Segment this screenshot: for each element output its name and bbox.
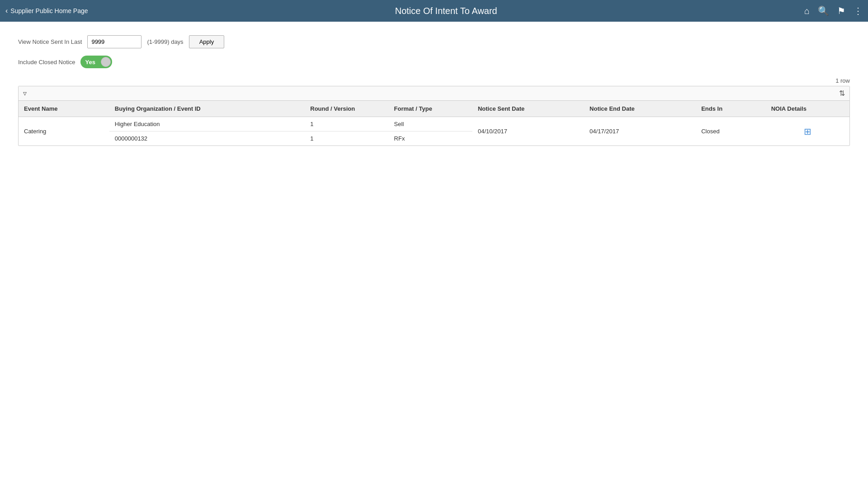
home-icon[interactable]: ⌂	[804, 6, 810, 16]
col-header-ends-in: Ends In	[696, 101, 765, 117]
row-count: 1 row	[835, 77, 850, 84]
cell-format1: Sell	[389, 117, 472, 131]
results-table: Event Name Buying Organization / Event I…	[19, 101, 849, 145]
cell-noia-details: ⊞	[766, 117, 849, 146]
menu-icon[interactable]: ⋮	[854, 5, 863, 16]
filter-label: View Notice Sent In Last	[18, 38, 82, 45]
back-arrow-icon: ‹	[5, 7, 8, 15]
col-header-round: Round / Version	[305, 101, 388, 117]
col-header-notice-end: Notice End Date	[584, 101, 696, 117]
col-header-buying-org: Buying Organization / Event ID	[109, 101, 305, 117]
days-input[interactable]	[87, 35, 142, 48]
toggle-value: Yes	[85, 59, 95, 66]
col-header-event-name: Event Name	[19, 101, 109, 117]
table-header-row: Event Name Buying Organization / Event I…	[19, 101, 849, 117]
cell-notice-end: 04/17/2017	[584, 117, 696, 146]
table-toolbar: ▿ ⇅	[19, 86, 849, 101]
header: ‹ Supplier Public Home Page Notice Of In…	[0, 0, 868, 22]
page-title: Notice Of Intent To Award	[88, 6, 804, 16]
col-header-noia-details: NOIA Details	[766, 101, 849, 117]
cell-event-id: 0000000132	[109, 131, 305, 146]
col-header-notice-sent: Notice Sent Date	[472, 101, 584, 117]
toggle-label: Include Closed Notice	[18, 59, 75, 66]
col-header-format: Format / Type	[389, 101, 472, 117]
toggle-row: Include Closed Notice Yes	[18, 56, 850, 68]
table-sort-icon[interactable]: ⇅	[839, 89, 845, 98]
cell-round2: 1	[305, 131, 388, 146]
filter-hint: (1-9999) days	[147, 38, 183, 45]
back-link-label: Supplier Public Home Page	[10, 7, 88, 14]
cell-notice-sent: 04/10/2017	[472, 117, 584, 146]
row-count-bar: 1 row	[18, 77, 850, 84]
noia-details-icon[interactable]: ⊞	[771, 126, 844, 137]
table-container: ▿ ⇅ Event Name Buying Organization / Eve…	[18, 86, 850, 146]
back-link[interactable]: ‹ Supplier Public Home Page	[5, 7, 88, 15]
table-row: Catering Higher Education 1 Sell 04/10/2…	[19, 117, 849, 131]
toggle-knob	[101, 57, 111, 67]
cell-buying-org: Higher Education	[109, 117, 305, 131]
apply-button[interactable]: Apply	[189, 35, 225, 48]
flag-icon[interactable]: ⚑	[837, 5, 845, 16]
closed-notice-toggle[interactable]: Yes	[80, 56, 112, 68]
cell-event-name: Catering	[19, 117, 109, 146]
header-icons: ⌂ 🔍 ⚑ ⋮	[804, 5, 863, 16]
filter-row: View Notice Sent In Last (1-9999) days A…	[18, 35, 850, 48]
cell-round1: 1	[305, 117, 388, 131]
cell-ends-in: Closed	[696, 117, 765, 146]
table-filter-icon[interactable]: ▿	[23, 89, 27, 98]
search-icon[interactable]: 🔍	[818, 5, 829, 16]
cell-format2: RFx	[389, 131, 472, 146]
main-content: View Notice Sent In Last (1-9999) days A…	[0, 22, 868, 155]
